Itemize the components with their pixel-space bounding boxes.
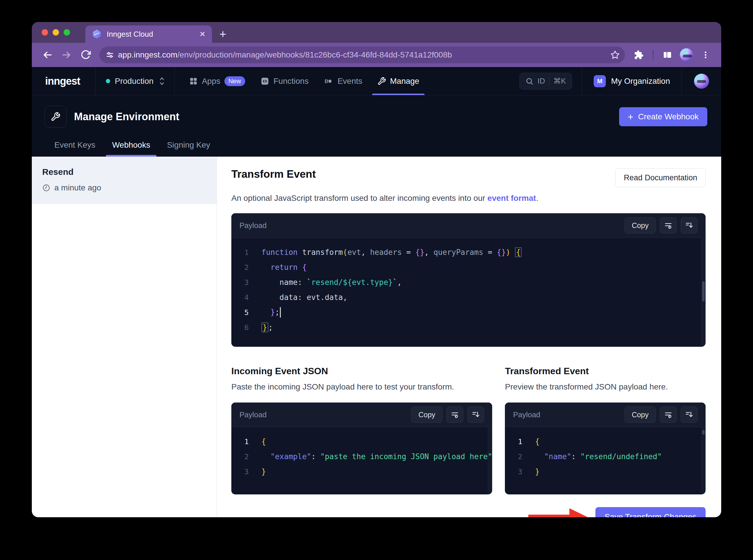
side-panel-icon[interactable] <box>659 47 676 63</box>
word-wrap-button[interactable] <box>660 217 677 234</box>
transform-main: Transform Event Read Documentation An op… <box>217 157 721 517</box>
nav-item-functions[interactable]: Functions <box>253 67 316 95</box>
code-line: 1 { <box>505 434 706 449</box>
editor-scrollbar[interactable] <box>487 427 492 494</box>
panel-header: Payload Copy <box>231 402 492 427</box>
copy-button[interactable]: Copy <box>411 406 442 423</box>
browser-window: Inngest Cloud ✕ + app.inngest.com/env/pr… <box>32 22 721 517</box>
tab-favicon-inngest-icon <box>92 29 102 39</box>
code-editor[interactable]: 1 function transform(evt, headers = {}, … <box>231 238 706 347</box>
new-tab-button[interactable]: + <box>219 28 226 40</box>
annotation-arrow-icon <box>528 508 587 517</box>
code-line: 1 function transform(evt, headers = {}, … <box>231 245 706 260</box>
code-line: 3 } <box>505 464 706 479</box>
browser-menu-icon[interactable] <box>697 47 714 63</box>
incoming-json-panel: Payload Copy <box>231 402 492 494</box>
search-input[interactable]: ID ⌘K <box>519 73 572 89</box>
environment-tabs: Event Keys Webhooks Signing Key <box>32 128 721 157</box>
copy-button[interactable]: Copy <box>624 406 656 423</box>
close-window-button[interactable] <box>42 29 48 36</box>
scroll-down-icon <box>685 410 693 419</box>
code-line: 4 data: evt.data, <box>231 290 706 305</box>
save-transform-changes-button[interactable]: Save Transform Changes <box>595 507 706 517</box>
clock-icon <box>42 184 50 192</box>
search-icon <box>525 77 534 85</box>
read-documentation-button[interactable]: Read Documentation <box>615 168 706 187</box>
panel-title: Payload <box>239 221 624 230</box>
events-icon <box>324 77 333 85</box>
toolbar-divider <box>653 50 654 60</box>
word-wrap-icon <box>664 221 673 230</box>
incoming-event-desc: Paste the incoming JSON payload here to … <box>231 382 492 392</box>
editor-scrollbar[interactable] <box>701 238 706 347</box>
maximize-window-button[interactable] <box>64 29 70 36</box>
webhook-name: Resend <box>42 167 206 177</box>
site-settings-icon[interactable] <box>102 48 118 62</box>
new-badge: New <box>225 76 245 86</box>
transform-description: An optional JavaScript transform used to… <box>231 194 706 203</box>
tab-close-icon[interactable]: ✕ <box>199 31 206 38</box>
url-bar[interactable]: app.inngest.com/env/production/manage/we… <box>99 46 625 63</box>
incoming-json-editor[interactable]: 1 { 2 "example": "paste the incoming JSO… <box>231 427 492 494</box>
scroll-to-bottom-button[interactable] <box>681 217 697 234</box>
create-webhook-button[interactable]: + Create Webhook <box>619 107 707 126</box>
page-title: Manage Environment <box>74 111 179 123</box>
word-wrap-button[interactable] <box>660 406 677 423</box>
panel-header: Payload Copy <box>231 213 706 238</box>
tab-webhooks[interactable]: Webhooks <box>108 140 154 157</box>
webhook-updated-time: a minute ago <box>54 183 101 193</box>
forward-icon[interactable] <box>58 47 75 63</box>
editor-scrollbar[interactable] <box>701 427 706 494</box>
environment-status-dot <box>106 79 110 83</box>
copy-button[interactable]: Copy <box>624 217 656 234</box>
tab-event-keys[interactable]: Event Keys <box>50 140 99 157</box>
panel-title: Payload <box>513 410 624 419</box>
transform-code-panel: Payload Copy 1 <box>231 213 706 347</box>
scroll-to-bottom-button[interactable] <box>681 406 697 423</box>
organization-menu[interactable]: M My Organization <box>582 67 681 95</box>
user-menu[interactable] <box>681 67 721 95</box>
wrench-icon <box>51 112 60 122</box>
scroll-to-bottom-button[interactable] <box>467 406 484 423</box>
code-line: 3 } <box>231 464 492 479</box>
inngest-app: inngest Production Apps New Functions <box>32 67 721 517</box>
browser-toolbar: app.inngest.com/env/production/manage/we… <box>32 43 721 67</box>
inngest-logo: inngest <box>45 75 80 87</box>
back-icon[interactable] <box>39 47 56 63</box>
reload-icon[interactable] <box>77 47 94 63</box>
browser-profile-avatar[interactable] <box>678 47 695 63</box>
org-initial-badge: M <box>594 75 606 87</box>
webhook-list-item-resend[interactable]: Resend a minute ago <box>32 157 217 204</box>
transformed-event-column: Transformed Event Preview the transforme… <box>505 366 706 494</box>
bookmark-star-icon[interactable] <box>608 48 622 62</box>
search-shortcut: ⌘K <box>554 77 566 85</box>
app-navbar: inngest Production Apps New Functions <box>32 67 721 95</box>
tab-signing-key[interactable]: Signing Key <box>163 140 214 157</box>
page-header: Manage Environment + Create Webhook <box>32 95 721 128</box>
event-format-link[interactable]: event format <box>487 194 536 203</box>
browser-tab[interactable]: Inngest Cloud ✕ <box>85 25 212 43</box>
webhooks-content: Resend a minute ago Transform Event Read… <box>32 157 721 517</box>
nav-item-manage[interactable]: Manage <box>370 67 427 95</box>
tab-title: Inngest Cloud <box>107 30 195 39</box>
nav-item-apps[interactable]: Apps New <box>181 67 253 95</box>
extensions-icon[interactable] <box>631 47 647 63</box>
code-line: 2 return { <box>231 260 706 275</box>
minimize-window-button[interactable] <box>53 29 59 36</box>
nav-item-events[interactable]: Events <box>316 67 370 95</box>
environment-selector[interactable]: Production <box>95 67 174 95</box>
url-text: app.inngest.com/env/production/manage/we… <box>118 50 608 60</box>
word-wrap-icon <box>450 410 459 419</box>
avatar <box>680 48 693 62</box>
functions-icon <box>260 77 270 86</box>
user-avatar <box>694 74 709 89</box>
word-wrap-icon <box>664 410 673 419</box>
code-line: 3 name: `resend/${evt.type}`, <box>231 275 706 290</box>
transform-event-title: Transform Event <box>231 168 316 180</box>
code-line: 5 }; <box>231 305 706 320</box>
word-wrap-button[interactable] <box>446 406 463 423</box>
manage-environment-icon-box <box>44 106 66 128</box>
code-line: 2 "example": "paste the incoming JSON pa… <box>231 449 492 464</box>
scroll-down-icon <box>685 221 693 230</box>
incoming-event-column: Incoming Event JSON Paste the incoming J… <box>231 366 492 494</box>
